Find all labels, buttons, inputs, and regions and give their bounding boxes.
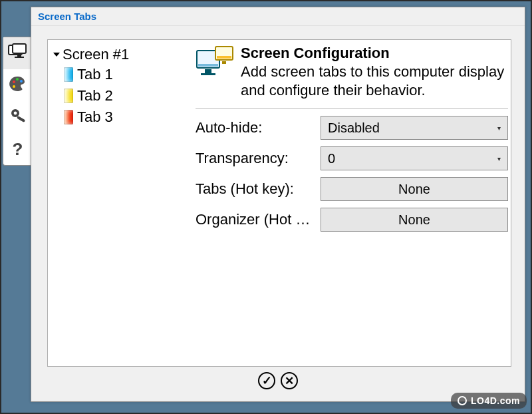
tree-root-label: Screen #1 <box>63 46 129 63</box>
organizer-hotkey-label: Organizer (Hot key): <box>196 211 315 228</box>
svg-rect-3 <box>15 57 24 58</box>
settings-window: Screen Tabs Screen #1 Tab 1 Tab 2 <box>31 7 525 402</box>
tab-color-chip <box>64 67 73 82</box>
toolbar-palette[interactable] <box>3 69 32 101</box>
tabs-hotkey-label: Tabs (Hot key): <box>196 180 315 198</box>
tree-item-tab-2[interactable]: Tab 2 <box>64 85 185 106</box>
tabs-hotkey-button[interactable]: None <box>321 177 508 201</box>
svg-rect-17 <box>222 61 226 64</box>
palette-icon <box>8 75 28 96</box>
svg-rect-16 <box>217 56 231 59</box>
dialog-buttons: ✓ ✕ <box>31 372 525 392</box>
cancel-button[interactable]: ✕ <box>281 372 298 389</box>
chevron-down-icon: ▾ <box>497 124 501 132</box>
tab-color-chip <box>64 110 73 124</box>
tree-item-tab-3[interactable]: Tab 3 <box>64 106 185 128</box>
watermark-icon <box>458 396 467 405</box>
chevron-down-icon: ▾ <box>497 155 501 162</box>
auto-hide-combo[interactable]: Disabled ▾ <box>321 116 508 140</box>
side-toolbar: ? <box>3 37 32 166</box>
config-title: Screen Configuration <box>241 45 508 61</box>
svg-rect-2 <box>17 54 21 57</box>
svg-point-4 <box>13 81 15 83</box>
close-icon: ✕ <box>285 375 294 387</box>
watermark-text: LO4D.com <box>471 395 520 406</box>
row-auto-hide: Auto-hide: Disabled ▾ <box>196 116 508 140</box>
tree-children: Tab 1 Tab 2 Tab 3 <box>51 64 185 128</box>
dual-monitor-icon <box>196 45 235 81</box>
svg-rect-13 <box>205 69 211 73</box>
screen-tree: Screen #1 Tab 1 Tab 2 Tab 3 <box>48 40 188 366</box>
organizer-hotkey-value: None <box>398 212 430 228</box>
svg-rect-12 <box>198 64 218 67</box>
transparency-label: Transparency: <box>196 150 315 167</box>
svg-rect-14 <box>201 73 215 75</box>
config-header: Screen Configuration Add screen tabs to … <box>196 45 508 99</box>
organizer-hotkey-button[interactable]: None <box>321 208 508 232</box>
toolbar-monitor[interactable] <box>3 37 32 69</box>
tree-item-label: Tab 1 <box>77 66 113 83</box>
tabs-hotkey-value: None <box>398 182 430 197</box>
config-rows: Auto-hide: Disabled ▾ Transparency: 0 ▾ … <box>196 116 508 232</box>
auto-hide-value: Disabled <box>328 120 380 136</box>
config-description: Add screen tabs to this computer display… <box>241 63 508 99</box>
transparency-value: 0 <box>328 151 335 166</box>
toolbar-help[interactable]: ? <box>3 133 32 165</box>
ok-button[interactable]: ✓ <box>258 372 275 389</box>
monitor-icon <box>8 43 28 64</box>
tree-item-label: Tab 3 <box>77 108 113 126</box>
toolbar-settings[interactable] <box>3 101 32 133</box>
row-tabs-hotkey: Tabs (Hot key): None <box>196 177 508 201</box>
tree-item-label: Tab 2 <box>77 87 113 104</box>
content-panel: Screen #1 Tab 1 Tab 2 Tab 3 <box>47 39 511 367</box>
tree-root-screen-1[interactable]: Screen #1 <box>51 45 185 64</box>
auto-hide-label: Auto-hide: <box>196 119 315 136</box>
tab-color-chip <box>64 89 73 103</box>
config-panel: Screen Configuration Add screen tabs to … <box>188 40 511 366</box>
row-organizer-hotkey: Organizer (Hot key): None <box>196 208 508 232</box>
window-title: Screen Tabs <box>31 7 525 26</box>
help-icon: ? <box>13 139 23 160</box>
svg-point-9 <box>13 112 17 115</box>
svg-point-5 <box>16 78 19 81</box>
svg-rect-1 <box>13 44 26 53</box>
svg-rect-10 <box>17 116 25 122</box>
svg-point-6 <box>20 80 23 83</box>
watermark: LO4D.com <box>451 393 527 409</box>
row-transparency: Transparency: 0 ▾ <box>196 146 508 170</box>
settings-icon <box>8 107 28 128</box>
check-icon: ✓ <box>262 375 272 387</box>
tree-item-tab-1[interactable]: Tab 1 <box>64 64 185 85</box>
transparency-combo[interactable]: 0 ▾ <box>321 146 508 170</box>
svg-point-7 <box>13 85 15 88</box>
divider <box>196 108 508 109</box>
chevron-down-icon <box>51 51 63 59</box>
